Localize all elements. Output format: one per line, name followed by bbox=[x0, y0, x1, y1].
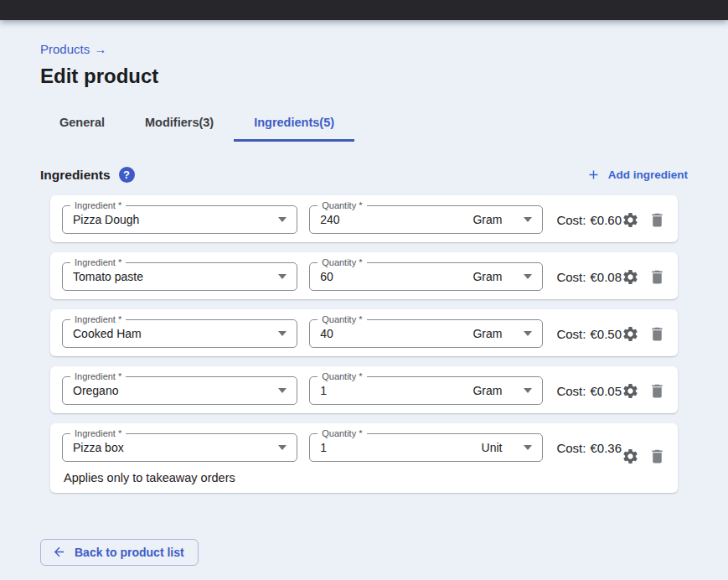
settings-button[interactable] bbox=[622, 325, 639, 343]
settings-button[interactable] bbox=[622, 211, 639, 229]
gear-icon bbox=[622, 448, 639, 465]
quantity-field-label: Quantity * bbox=[318, 313, 366, 325]
tab-bar: General Modifiers(3) Ingredients(5) bbox=[40, 116, 688, 142]
trash-icon bbox=[648, 448, 666, 465]
gear-icon bbox=[622, 268, 639, 286]
breadcrumb[interactable]: Products → bbox=[40, 42, 106, 56]
settings-button[interactable] bbox=[622, 382, 639, 400]
settings-button[interactable] bbox=[622, 448, 639, 465]
quantity-input-value[interactable]: 240 bbox=[310, 213, 472, 226]
help-icon[interactable]: ? bbox=[119, 167, 135, 183]
ingredient-select[interactable]: Ingredient * Cooked Ham bbox=[62, 319, 297, 348]
trash-icon bbox=[648, 268, 666, 286]
delete-button[interactable] bbox=[648, 382, 666, 400]
settings-button[interactable] bbox=[622, 268, 639, 286]
unit-select-value[interactable]: Gram bbox=[472, 270, 502, 283]
cost-value: €0.36 bbox=[590, 441, 622, 455]
trash-icon bbox=[648, 211, 666, 229]
row-actions bbox=[622, 325, 666, 343]
chevron-down-icon bbox=[278, 217, 287, 222]
cost-prefix: Cost: bbox=[556, 384, 586, 398]
unit-select-value[interactable]: Gram bbox=[472, 213, 502, 226]
delete-button[interactable] bbox=[648, 325, 666, 343]
quantity-input-value[interactable]: 1 bbox=[310, 384, 472, 397]
ingredient-row: Ingredient * Pizza Dough Quantity * 240 … bbox=[50, 195, 678, 242]
quantity-input-value[interactable]: 60 bbox=[310, 270, 472, 283]
chevron-down-icon bbox=[278, 274, 287, 279]
cost-prefix: Cost: bbox=[556, 213, 586, 227]
quantity-field-label: Quantity * bbox=[318, 199, 366, 211]
back-button-label: Back to product list bbox=[75, 546, 184, 559]
cost-text: Cost: €0.08 bbox=[556, 270, 622, 284]
ingredient-select-value: Pizza Dough bbox=[63, 213, 278, 226]
quantity-field[interactable]: Quantity * 60 Gram bbox=[309, 262, 543, 291]
ingredient-select[interactable]: Ingredient * Pizza box bbox=[62, 433, 297, 462]
quantity-field[interactable]: Quantity * 240 Gram bbox=[309, 205, 543, 234]
cost-text: Cost: €0.50 bbox=[556, 327, 622, 341]
quantity-field-label: Quantity * bbox=[318, 370, 366, 382]
tab-general[interactable]: General bbox=[40, 116, 125, 142]
back-to-product-list-button[interactable]: Back to product list bbox=[40, 539, 199, 566]
quantity-input-value[interactable]: 40 bbox=[310, 327, 472, 340]
page-title: Edit product bbox=[40, 65, 688, 88]
unit-select-value[interactable]: Unit bbox=[482, 441, 503, 454]
ingredient-row: Ingredient * Cooked Ham Quantity * 40 Gr… bbox=[50, 309, 678, 356]
quantity-field[interactable]: Quantity * 1 Unit bbox=[309, 433, 543, 462]
chevron-down-icon bbox=[524, 217, 532, 222]
gear-icon bbox=[622, 211, 639, 229]
ingredient-select[interactable]: Ingredient * Pizza Dough bbox=[62, 205, 297, 234]
delete-button[interactable] bbox=[648, 448, 666, 465]
delete-button[interactable] bbox=[648, 268, 666, 286]
chevron-down-icon bbox=[524, 445, 532, 450]
cost-value: €0.60 bbox=[590, 213, 622, 227]
cost-text: Cost: €0.05 bbox=[556, 384, 622, 398]
page-content: Products → Edit product General Modifier… bbox=[0, 20, 728, 493]
ingredient-row-main: Ingredient * Pizza Dough Quantity * 240 … bbox=[62, 205, 666, 234]
cost-value: €0.08 bbox=[590, 270, 622, 284]
ingredient-row: Ingredient * Pizza box Quantity * 1 Unit… bbox=[50, 423, 678, 493]
plus-icon bbox=[586, 168, 601, 182]
row-actions bbox=[622, 268, 666, 286]
ingredient-row-main: Ingredient * Tomato paste Quantity * 60 … bbox=[62, 262, 666, 291]
ingredient-select[interactable]: Ingredient * Tomato paste bbox=[62, 262, 297, 291]
ingredient-note: Applies only to takeaway orders bbox=[62, 471, 666, 484]
ingredient-list: Ingredient * Pizza Dough Quantity * 240 … bbox=[50, 195, 678, 493]
add-ingredient-button[interactable]: Add ingredient bbox=[586, 168, 688, 182]
delete-button[interactable] bbox=[648, 211, 666, 229]
top-app-bar bbox=[0, 0, 728, 20]
gear-icon bbox=[622, 382, 639, 400]
row-actions bbox=[622, 448, 666, 465]
row-actions bbox=[622, 382, 666, 400]
quantity-field[interactable]: Quantity * 40 Gram bbox=[309, 319, 543, 348]
trash-icon bbox=[648, 325, 666, 343]
ingredient-select-value: Oregano bbox=[63, 384, 278, 397]
row-actions bbox=[622, 211, 666, 229]
ingredients-section-header: Ingredients ? Add ingredient bbox=[40, 167, 688, 183]
cost-text: Cost: €0.36 bbox=[556, 441, 622, 455]
ingredient-row-main: Ingredient * Cooked Ham Quantity * 40 Gr… bbox=[62, 319, 666, 348]
cost-text: Cost: €0.60 bbox=[556, 213, 622, 227]
chevron-down-icon bbox=[524, 331, 532, 336]
breadcrumb-label[interactable]: Products bbox=[40, 42, 90, 56]
unit-select-value[interactable]: Gram bbox=[472, 384, 502, 397]
ingredient-select-value: Pizza box bbox=[63, 441, 278, 454]
cost-value: €0.50 bbox=[590, 327, 622, 341]
quantity-field-label: Quantity * bbox=[318, 427, 366, 439]
quantity-field[interactable]: Quantity * 1 Gram bbox=[309, 376, 543, 405]
tab-modifiers[interactable]: Modifiers(3) bbox=[125, 116, 234, 142]
ingredient-select-value: Tomato paste bbox=[63, 270, 278, 283]
ingredient-select[interactable]: Ingredient * Oregano bbox=[62, 376, 297, 405]
chevron-down-icon bbox=[278, 445, 287, 450]
quantity-input-value[interactable]: 1 bbox=[310, 441, 481, 454]
ingredient-field-label: Ingredient * bbox=[70, 370, 126, 382]
ingredient-row-main: Ingredient * Oregano Quantity * 1 Gram C… bbox=[62, 376, 666, 405]
add-ingredient-label: Add ingredient bbox=[608, 168, 688, 181]
tab-ingredients[interactable]: Ingredients(5) bbox=[234, 116, 354, 142]
unit-select-value[interactable]: Gram bbox=[472, 327, 502, 340]
ingredient-row: Ingredient * Oregano Quantity * 1 Gram C… bbox=[50, 366, 678, 413]
quantity-field-label: Quantity * bbox=[318, 256, 366, 268]
section-title: Ingredients bbox=[40, 168, 111, 183]
cost-prefix: Cost: bbox=[556, 441, 586, 455]
ingredient-field-label: Ingredient * bbox=[70, 256, 126, 268]
ingredient-select-value: Cooked Ham bbox=[63, 327, 278, 340]
